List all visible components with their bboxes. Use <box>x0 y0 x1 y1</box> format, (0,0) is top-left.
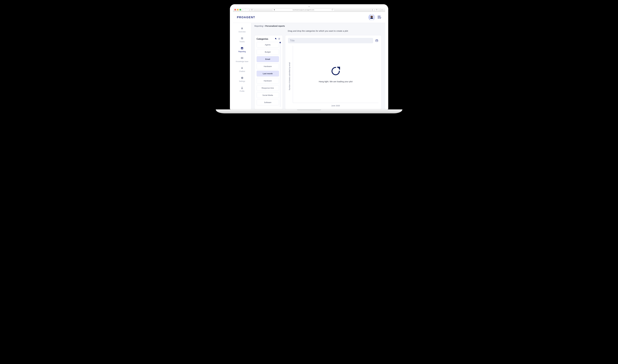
robot-icon <box>240 66 244 70</box>
category-chip[interactable]: Software <box>257 100 279 105</box>
svg-text:A: A <box>279 38 280 39</box>
content-area: Reporting > Personalized reports Drag an… <box>254 23 385 109</box>
browser-chrome: hardwaresupport.proagent.com + <box>233 8 385 12</box>
tasks-icon[interactable] <box>378 16 381 19</box>
tabs-button[interactable] <box>375 8 379 11</box>
person-icon <box>240 86 244 89</box>
nav-label: Tickets <box>239 41 245 43</box>
svg-point-26 <box>242 87 243 88</box>
nav-back-button[interactable] <box>242 8 246 11</box>
breadcrumb: Reporting > Personalized reports <box>254 25 381 27</box>
breadcrumb-root[interactable]: Reporting <box>254 25 263 27</box>
nav-settings[interactable]: Settings <box>233 76 251 83</box>
window-maximize-dot[interactable] <box>239 9 241 11</box>
categories-list: AgentsBudgetEmailHardwareLast monthHardw… <box>257 42 281 107</box>
nav-overview[interactable]: Overview <box>233 26 251 34</box>
nav-label: Chatbot <box>239 70 245 72</box>
reload-icon[interactable] <box>331 9 333 11</box>
address-bar-text: hardwaresupport.proagent.com <box>293 9 314 11</box>
address-bar[interactable]: hardwaresupport.proagent.com <box>272 8 335 11</box>
svg-rect-3 <box>377 9 378 10</box>
categories-title: Categories <box>257 38 268 40</box>
category-chip[interactable]: Hardware <box>257 64 279 69</box>
svg-rect-28 <box>276 39 276 39</box>
svg-point-27 <box>275 38 276 39</box>
nav-label: Settings <box>239 80 245 82</box>
nav-label: Overview <box>238 31 246 33</box>
category-chip[interactable]: Response time <box>257 85 279 91</box>
category-chip[interactable]: Budget <box>257 49 279 55</box>
sidebar-toggle-button[interactable] <box>250 8 254 11</box>
breadcrumb-current: Personalized reports <box>265 25 285 27</box>
nav-reporting[interactable]: Reporting <box>233 46 251 53</box>
category-chip[interactable]: Last month <box>257 71 279 77</box>
svg-rect-15 <box>241 38 243 39</box>
category-chip[interactable]: Agents <box>257 42 279 48</box>
new-tab-button[interactable]: + <box>380 8 383 12</box>
gear-icon <box>240 76 244 79</box>
nav-tickets[interactable]: Tickets <box>233 36 251 44</box>
category-chip[interactable]: Hardware <box>257 78 279 84</box>
breadcrumb-sep: > <box>263 25 265 27</box>
svg-point-25 <box>242 67 242 67</box>
window-controls <box>235 9 241 11</box>
nav-label: Profile <box>240 90 244 92</box>
svg-rect-9 <box>370 19 373 20</box>
bar-chart-icon <box>240 47 244 50</box>
window-close-dot[interactable] <box>235 9 236 11</box>
svg-text:Z: Z <box>279 39 280 39</box>
plot-y-axis-label: Number of tickets submitted by email <box>288 46 291 107</box>
plot-panel: Number of tickets submitted by email <box>285 35 381 109</box>
categories-panel: Categories <box>254 35 283 109</box>
nav-forward-button[interactable] <box>246 8 249 11</box>
svg-rect-20 <box>242 48 243 49</box>
date-picker-button[interactable] <box>375 39 379 42</box>
laptop-camera-dot <box>308 6 310 7</box>
nav-sidebar: Overview Tickets <box>233 23 251 109</box>
lock-icon <box>274 9 275 11</box>
category-chip[interactable]: Email <box>257 56 279 62</box>
svg-rect-19 <box>242 48 242 49</box>
home-icon <box>240 27 244 30</box>
app-logo: PROAGENT <box>237 16 255 19</box>
svg-rect-14 <box>241 38 243 38</box>
nav-label: Knowledge base <box>236 61 249 63</box>
page-instruction: Drag and drop the categories for which y… <box>254 29 381 33</box>
search-icon[interactable] <box>275 38 277 40</box>
plot-title-input[interactable] <box>288 38 373 43</box>
nav-knowledge-base[interactable]: Knowledge base <box>233 56 251 63</box>
svg-point-23 <box>242 68 242 68</box>
plot-x-axis-label: June 2020 <box>293 103 379 107</box>
app-root: PROAGENT <box>233 12 385 109</box>
svg-rect-0 <box>251 9 252 10</box>
user-avatar[interactable] <box>368 14 375 21</box>
svg-rect-18 <box>241 48 242 49</box>
laptop-base <box>216 109 402 113</box>
avatar-illustration <box>368 14 375 21</box>
category-chip[interactable]: Social Media <box>257 92 279 98</box>
app-header: PROAGENT <box>233 12 385 23</box>
svg-rect-32 <box>376 40 378 41</box>
svg-rect-16 <box>241 39 242 39</box>
svg-point-7 <box>370 16 373 18</box>
plot-loading-text: Hang tight. We are loading your plot <box>319 80 353 83</box>
nav-profile[interactable]: Profile <box>233 85 251 93</box>
svg-rect-21 <box>241 67 243 69</box>
plot-loading-area: Hang tight. We are loading your plot <box>293 46 379 103</box>
nav-chatbot[interactable]: Chatbot <box>233 65 251 73</box>
svg-point-22 <box>241 68 242 68</box>
loading-spinner-icon <box>330 66 341 76</box>
ticket-icon <box>240 37 244 40</box>
sort-az-icon[interactable]: A Z <box>278 38 281 40</box>
nav-label: Reporting <box>238 51 246 52</box>
book-icon <box>240 57 244 60</box>
share-button[interactable] <box>370 8 374 11</box>
window-minimize-dot[interactable] <box>237 9 238 11</box>
